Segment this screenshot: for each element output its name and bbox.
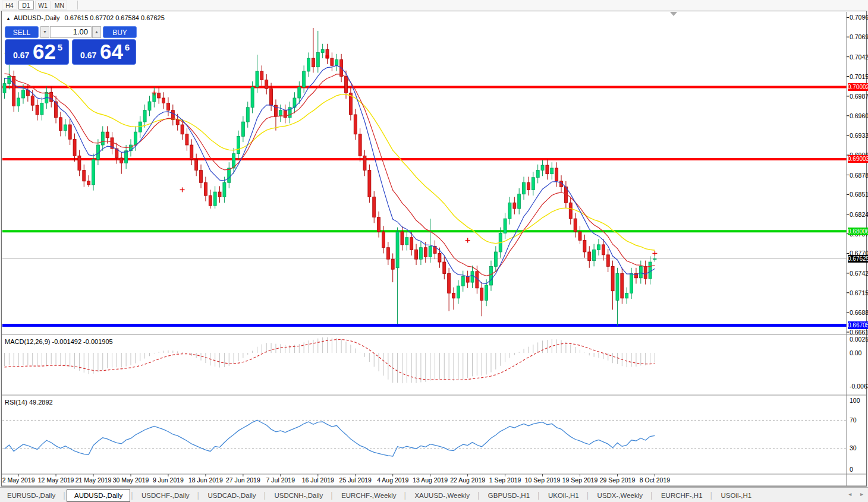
buy-button[interactable]: BUY bbox=[103, 26, 137, 38]
chart-title: ▲AUDUSD-,Daily0.67615 0.67702 0.67584 0.… bbox=[6, 14, 165, 21]
chart-tab-usdx-weekly[interactable]: USDX-,Weekly bbox=[590, 490, 650, 501]
tab-scroll-left-icon[interactable]: ◂ bbox=[848, 491, 851, 497]
date-axis-label: 9 Jun 2019 bbox=[153, 476, 184, 484]
chart-tab-eurchf-weekly[interactable]: EURCHF-,Weekly bbox=[334, 490, 403, 501]
chart-symbol-period: AUDUSD-,Daily bbox=[14, 14, 60, 21]
rsi-axis-label: 0 bbox=[850, 466, 853, 473]
chart-tab-eurusd-daily[interactable]: EURUSD-,Daily bbox=[0, 490, 62, 501]
tab-separator: │ bbox=[197, 492, 201, 499]
tab-separator: │ bbox=[586, 492, 590, 499]
tab-separator: │ bbox=[477, 492, 481, 499]
rsi-axis-label: 70 bbox=[850, 416, 857, 424]
date-axis-label: 1 Sep 2019 bbox=[489, 476, 521, 484]
chart-tab-gbpusd-h1[interactable]: GBPUSD-,H1 bbox=[481, 490, 537, 501]
price-axis-label: 0.67155 bbox=[850, 289, 868, 296]
volume-increase-button[interactable]: ▲ bbox=[92, 26, 101, 38]
timeframe-mn-button[interactable]: MN bbox=[52, 1, 67, 10]
date-axis-label: 27 Jun 2019 bbox=[226, 476, 260, 484]
tab-separator: │ bbox=[710, 492, 714, 499]
macd-axis-label: 0.00 bbox=[850, 349, 861, 356]
rsi-label: RSI(14) 49.2892 bbox=[5, 399, 53, 406]
mt4-terminal: H4 D1 W1 MN ▲AUDUSD-,Daily0.67615 0.6770… bbox=[0, 0, 868, 502]
date-axis-label: 12 May 2019 bbox=[38, 476, 74, 484]
toolbar-separator bbox=[77, 1, 78, 10]
rsi-axis-label: 30 bbox=[850, 444, 857, 452]
tab-separator: │ bbox=[62, 492, 67, 499]
date-axis-label: 10 Sep 2019 bbox=[525, 476, 561, 484]
chart-tab-eurchf-h1[interactable]: EURCHF-,H1 bbox=[654, 490, 710, 501]
chart-tab-audusd-daily[interactable]: AUDUSD-,Daily bbox=[67, 489, 130, 502]
date-axis-label: 25 Jul 2019 bbox=[339, 476, 372, 484]
chart-shift-marker[interactable] bbox=[670, 12, 677, 16]
date-axis-label: 16 Jul 2019 bbox=[302, 476, 334, 484]
macd-label: MACD(12,26,9) -0.001492 -0.001905 bbox=[5, 338, 113, 345]
price-level-badge: 0.67625 bbox=[848, 255, 868, 263]
date-axis-label: 7 Jul 2019 bbox=[266, 476, 295, 484]
chart-tab-usdcnh-daily[interactable]: USDCNH-,Daily bbox=[267, 490, 330, 501]
tab-separator: │ bbox=[650, 492, 654, 499]
macd-axis-label: -0.006326 bbox=[850, 383, 868, 390]
tab-scroll-right-icon[interactable]: ▸ bbox=[860, 491, 863, 497]
sell-price-prefix: 0.67 bbox=[13, 50, 29, 60]
chart-ohlc-values: 0.67615 0.67702 0.67584 0.67625 bbox=[65, 14, 165, 21]
chart-tab-usdcad-daily[interactable]: USDCAD-,Daily bbox=[200, 490, 263, 501]
chart-tab-xauusd-weekly[interactable]: XAUUSD-,Weekly bbox=[407, 490, 476, 501]
chart-tab-ukoil-h1[interactable]: UKOil-,H1 bbox=[541, 490, 586, 501]
tab-separator: │ bbox=[263, 492, 268, 499]
sell-price-box[interactable]: 0.67 62 5 bbox=[5, 39, 69, 65]
buy-price-prefix: 0.67 bbox=[80, 50, 96, 60]
date-axis-label: 30 May 2019 bbox=[113, 476, 149, 484]
macd-axis-label: 0.002574 bbox=[850, 336, 868, 343]
timeframe-d1-button[interactable]: D1 bbox=[18, 1, 34, 10]
chart-tab-usoil-h1[interactable]: USOil-,H1 bbox=[713, 490, 759, 501]
collapse-triangle-icon[interactable]: ▲ bbox=[6, 16, 11, 21]
buy-price-pip: 6 bbox=[125, 42, 130, 52]
buy-price-main: 64 bbox=[100, 40, 123, 64]
timeframe-h4-button[interactable]: H4 bbox=[2, 1, 17, 10]
volume-decrease-button[interactable]: ▼ bbox=[40, 26, 49, 38]
price-axis-label: 0.69330 bbox=[850, 132, 868, 139]
tab-separator: │ bbox=[537, 492, 541, 499]
price-axis-label: 0.69605 bbox=[850, 112, 868, 119]
date-axis-label: 13 Aug 2019 bbox=[413, 476, 448, 484]
tab-separator: │ bbox=[130, 492, 134, 499]
chart-window[interactable] bbox=[1, 11, 867, 487]
price-axis-label: 0.66880 bbox=[850, 309, 868, 316]
chart-tab-bar: EURUSD-,Daily│AUDUSD-,Daily│USDCHF-,Dail… bbox=[0, 487, 868, 502]
date-axis-label: 18 Jun 2019 bbox=[188, 476, 223, 484]
price-level-badge: 0.66705 bbox=[848, 321, 868, 329]
price-axis-label: 0.68785 bbox=[850, 172, 868, 179]
price-level-badge: 0.69003 bbox=[848, 155, 868, 163]
price-axis-label: 0.67425 bbox=[850, 270, 868, 277]
sell-button[interactable]: SELL bbox=[5, 26, 39, 38]
price-level-badge: 0.68006 bbox=[848, 228, 868, 235]
date-axis-label: 21 May 2019 bbox=[76, 476, 112, 484]
date-axis-label: 2 May 2019 bbox=[2, 476, 35, 484]
date-axis-label: 22 Aug 2019 bbox=[450, 476, 485, 484]
price-axis-label: 0.70695 bbox=[850, 33, 868, 40]
price-axis-label: 0.70420 bbox=[850, 53, 868, 61]
timeframe-toolbar: H4 D1 W1 MN bbox=[0, 0, 868, 11]
timeframe-w1-button[interactable]: W1 bbox=[35, 1, 51, 10]
chart-tab-usdchf-daily[interactable]: USDCHF-,Daily bbox=[134, 490, 197, 501]
price-level-badge: 0.70002 bbox=[848, 83, 868, 91]
price-axis-label: 0.66610 bbox=[850, 329, 868, 336]
date-axis-label: 29 Sep 2019 bbox=[600, 476, 636, 484]
price-axis-label: 0.69875 bbox=[850, 93, 868, 100]
rsi-axis-label: 100 bbox=[850, 397, 860, 404]
one-click-trade-panel: SELL ▼ 1.00 ▲ BUY 0.67 62 5 0.67 64 6 bbox=[5, 26, 137, 65]
sell-price-pip: 5 bbox=[58, 42, 62, 52]
buy-price-box[interactable]: 0.67 64 6 bbox=[72, 39, 136, 65]
price-axis-label: 0.68240 bbox=[850, 211, 868, 218]
price-axis-label: 0.68515 bbox=[850, 191, 868, 198]
date-axis-label: 8 Oct 2019 bbox=[640, 476, 670, 484]
volume-input[interactable]: 1.00 bbox=[50, 26, 92, 38]
date-axis-label: 19 Sep 2019 bbox=[562, 476, 598, 484]
price-axis-label: 0.70150 bbox=[850, 73, 868, 80]
date-axis-label: 4 Aug 2019 bbox=[377, 476, 408, 484]
tab-separator: │ bbox=[330, 492, 334, 499]
tab-separator: │ bbox=[404, 492, 408, 499]
price-axis-label: 0.70965 bbox=[850, 14, 868, 21]
sell-price-main: 62 bbox=[33, 40, 56, 64]
